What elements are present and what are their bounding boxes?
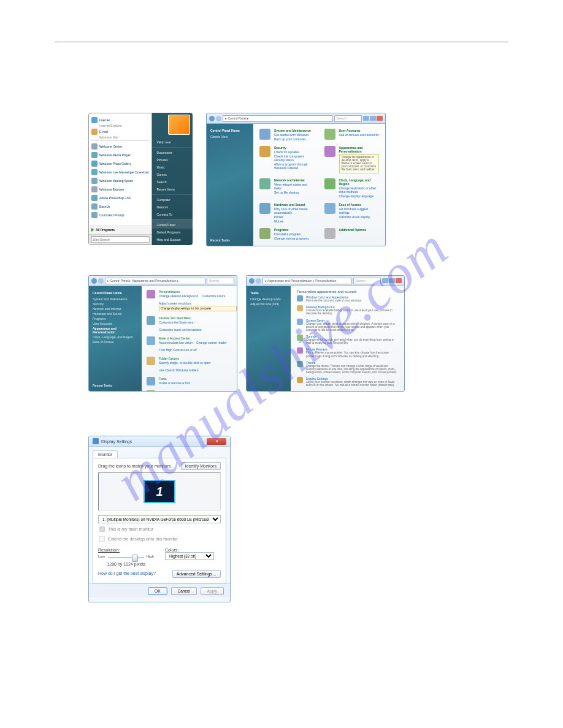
personalization-item[interactable]: Desktop BackgroundChoose from available … (297, 305, 398, 315)
apply-button[interactable]: Apply (201, 587, 224, 595)
close-icon[interactable]: ✕ (207, 438, 226, 445)
search-input[interactable]: Search (353, 278, 381, 284)
personalization-item[interactable]: Mouse PointersPick a different mouse poi… (297, 347, 398, 357)
ap-link[interactable]: Change desktop background (159, 294, 198, 298)
ap-link[interactable]: Customize the Start menu (159, 320, 194, 324)
forward-icon[interactable] (256, 278, 261, 284)
classic-view-link[interactable]: Classic View (210, 135, 250, 138)
start-recent-item[interactable]: EaseUs (91, 202, 149, 211)
resolution-slider[interactable]: Low High (98, 555, 154, 561)
start-right-item[interactable]: Help and Support (152, 236, 193, 243)
minimize-icon[interactable] (382, 278, 388, 283)
ok-button[interactable]: OK (148, 587, 167, 595)
sidebar-item[interactable]: Hardware and Sound (93, 312, 138, 316)
advanced-settings-button[interactable]: Advanced Settings… (172, 570, 221, 578)
forward-icon[interactable] (98, 278, 104, 284)
start-right-item[interactable]: Connect To (152, 211, 193, 218)
start-right-item[interactable]: Music (152, 164, 193, 171)
start-pinned-email[interactable]: E-mail (91, 127, 149, 136)
tab-monitor[interactable]: Monitor (93, 450, 118, 458)
start-recent-item[interactable]: Windows Photo Gallery (91, 159, 149, 168)
cp-category[interactable]: Appearance and PersonalizationChange the… (324, 146, 380, 173)
address-bar[interactable]: ▸ Control Panel ▸ Appearance and Persona… (105, 278, 205, 284)
start-right-item[interactable]: Recent Items (152, 186, 193, 193)
sidebar-item[interactable]: Clock, Language, and Region (93, 335, 138, 339)
search-input[interactable]: Search (334, 115, 362, 122)
start-recent-item[interactable]: Windows Media Player (91, 151, 149, 159)
ap-link[interactable]: Specify single- or double-click to open (159, 361, 210, 365)
forward-icon[interactable] (216, 116, 221, 121)
cp-category[interactable]: User AccountsAdd or remove user accounts (324, 129, 380, 141)
group-title[interactable]: Fonts (159, 377, 190, 381)
ap-link[interactable]: Accommodate low vision (159, 341, 193, 344)
address-bar[interactable]: ▸ Appearance and Personalization ▸ Perso… (262, 278, 352, 284)
start-right-item[interactable]: Valdo user (152, 138, 193, 146)
start-right-item[interactable]: Computer (152, 194, 193, 203)
colors-select[interactable]: Highest (32 bit) (165, 552, 214, 560)
cp-category[interactable]: System and MaintenanceGet started with W… (259, 129, 315, 141)
cancel-button[interactable]: Cancel (171, 587, 197, 595)
help-link[interactable]: How do I get the best display? (98, 571, 156, 575)
start-right-item[interactable]: Documents (152, 147, 193, 156)
sidebar-item[interactable]: Network and Internet (93, 307, 138, 311)
search-input[interactable]: Search (207, 278, 234, 284)
maximize-icon[interactable] (370, 116, 376, 121)
ap-link[interactable]: Turn High Contrast on or off (159, 348, 197, 352)
user-picture[interactable] (168, 115, 190, 135)
cp-category[interactable]: ProgramsUninstall a programChange startu… (259, 228, 315, 240)
group-title[interactable]: Taskbar and Start Menu (159, 316, 237, 320)
close-icon[interactable] (396, 278, 402, 283)
ap-link[interactable]: Customize icons on the taskbar (159, 328, 202, 332)
start-recent-item[interactable]: Welcome Center (91, 142, 149, 151)
personalization-item[interactable]: SoundsChange which sounds are heard when… (297, 335, 398, 344)
device-select[interactable]: 1. (Multiple Monitors) on NVIDIA GeForce… (98, 515, 221, 523)
start-right-item[interactable]: Control Panel (152, 219, 193, 229)
address-bar[interactable]: ▸ Control Panel ▸ (223, 115, 333, 122)
task-font-size[interactable]: Adjust font size (DPI) (250, 302, 287, 306)
maximize-icon[interactable] (389, 278, 395, 283)
all-programs[interactable]: All Programs (89, 225, 151, 234)
start-right-item[interactable]: Pictures (152, 156, 193, 164)
start-right-item[interactable]: Network (152, 203, 193, 211)
cp-category[interactable]: Clock, Language, and RegionChange keyboa… (324, 178, 380, 198)
start-recent-item[interactable]: Windows Explorer (91, 185, 149, 194)
ap-link[interactable]: Use Classic Windows folders (159, 368, 198, 372)
sidebar-item[interactable]: Security (93, 302, 138, 306)
sidebar-item[interactable]: Appearance and Personalization (93, 327, 138, 334)
start-recent-item[interactable]: Windows Live Messenger Download (91, 168, 149, 176)
personalization-item[interactable]: Display SettingsAdjust your monitor reso… (297, 377, 398, 387)
group-title[interactable]: Windows Sidebar Properties (159, 390, 237, 392)
sidebar-item[interactable]: System and Maintenance (93, 297, 138, 301)
monitor-arrangement[interactable]: 1 (98, 472, 221, 510)
cp-category[interactable]: Additional Options (324, 228, 380, 240)
back-icon[interactable] (249, 278, 255, 284)
start-right-item[interactable]: Default Programs (152, 229, 193, 236)
monitor-1[interactable]: 1 (144, 480, 175, 503)
group-title[interactable]: Folder Options (159, 357, 237, 360)
cp-category[interactable]: Network and InternetView network status … (259, 178, 315, 198)
start-right-item[interactable]: Search (152, 178, 193, 186)
personalization-item[interactable]: ThemeChange the theme. Themes can change… (297, 361, 398, 374)
ap-link[interactable]: Change screen reader (196, 341, 227, 344)
personalization-item[interactable]: Screen SaverChange your screen saver or … (297, 319, 398, 332)
ap-link[interactable]: Install or remove a font (159, 381, 190, 385)
ap-link[interactable]: Adjust screen resolution (159, 301, 191, 305)
group-title[interactable]: Ease of Access Center (159, 336, 237, 340)
sidebar-item[interactable]: User Accounts (93, 322, 138, 325)
back-icon[interactable] (91, 278, 97, 284)
minimize-icon[interactable] (363, 116, 369, 121)
ap-link[interactable]: Customize colors (202, 294, 225, 298)
start-recent-item[interactable]: Command Prompt (91, 211, 149, 219)
back-icon[interactable] (209, 116, 215, 121)
start-recent-item[interactable]: Adobe Photoshop CS3 (91, 194, 149, 202)
cp-category[interactable]: SecurityCheck for updatesCheck this comp… (259, 146, 315, 173)
close-icon[interactable] (377, 116, 383, 121)
start-right-item[interactable]: Games (152, 171, 193, 178)
sidebar-item[interactable]: Programs (93, 317, 138, 320)
task-desktop-icons[interactable]: Change desktop icons (250, 297, 287, 301)
identify-monitors-button[interactable]: Identify Monitors (181, 462, 221, 470)
cp-category[interactable]: Ease of AccessLet Windows suggest settin… (324, 203, 380, 223)
sidebar-item[interactable]: Ease of Access (93, 340, 138, 344)
group-title[interactable]: Personalization (159, 290, 237, 294)
cp-category[interactable]: Hardware and SoundPlay CDs or other medi… (259, 203, 315, 223)
